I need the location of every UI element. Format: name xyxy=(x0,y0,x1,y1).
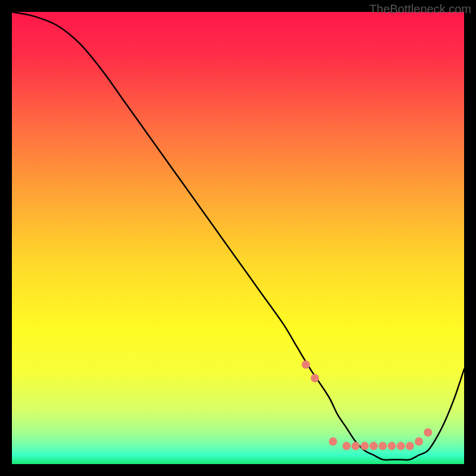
highlight-dot xyxy=(369,442,378,450)
highlight-dot xyxy=(342,442,350,450)
highlight-dot xyxy=(311,374,319,383)
highlight-dot xyxy=(361,442,369,450)
highlight-dot xyxy=(329,437,337,446)
highlight-dot xyxy=(378,442,387,450)
chart-curve-layer xyxy=(12,12,464,464)
highlight-dot xyxy=(302,361,310,369)
highlight-markers xyxy=(302,361,432,450)
highlight-dot xyxy=(352,442,360,450)
chart-plot-area xyxy=(12,12,464,464)
highlight-dot xyxy=(406,442,414,450)
highlight-dot xyxy=(387,442,396,450)
highlight-dot xyxy=(424,428,432,437)
watermark-text: TheBottleneck.com xyxy=(369,2,471,16)
highlight-dot xyxy=(415,437,423,446)
highlight-dot xyxy=(397,442,405,450)
bottleneck-curve-line xyxy=(12,12,464,460)
